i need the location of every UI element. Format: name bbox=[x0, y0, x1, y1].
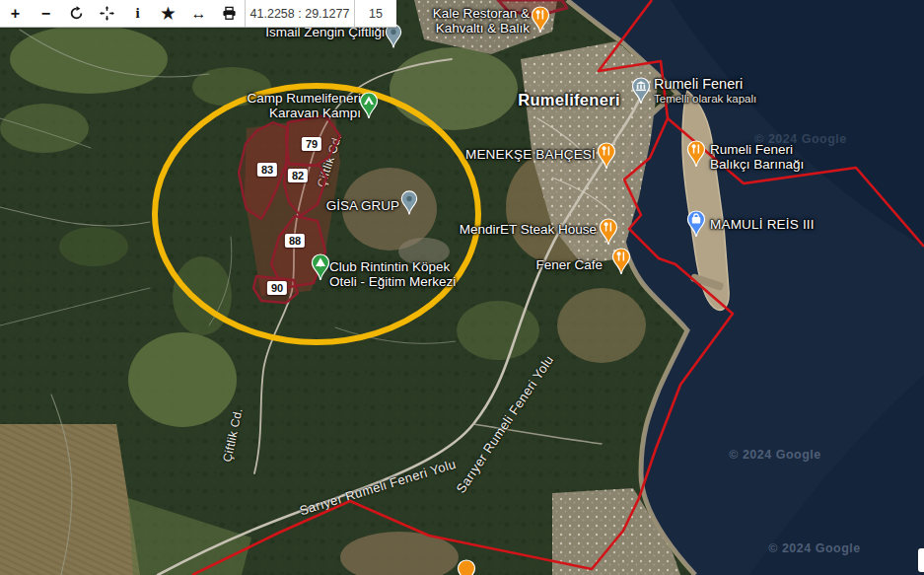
zoom-in-icon: + bbox=[11, 5, 20, 23]
info-icon: i bbox=[135, 5, 139, 22]
zoom-level-display: 15 bbox=[354, 0, 396, 27]
poi-label-club[interactable]: Club Rintintin Köpek Oteli - Eğitim Merk… bbox=[329, 260, 456, 289]
menekse-pin[interactable] bbox=[597, 142, 617, 172]
parcel-chip-79[interactable]: 79 bbox=[302, 137, 321, 151]
poi-label-line: Oteli - Eğitim Merkezi bbox=[329, 274, 456, 289]
scrollbar-fragment[interactable] bbox=[918, 548, 924, 572]
town-label[interactable]: Rumelifeneri bbox=[518, 93, 620, 108]
measure-button[interactable]: ↔ bbox=[183, 0, 214, 27]
map-application: 79 83 82 88 90 bbox=[0, 0, 924, 575]
print-button[interactable] bbox=[214, 0, 245, 27]
barinak-pin[interactable] bbox=[686, 140, 707, 170]
poi-label-kale[interactable]: Kale Restoran & Kahvaltı & Balık bbox=[433, 7, 530, 36]
kale-pin[interactable] bbox=[531, 6, 551, 36]
poi-label-lighthouse[interactable]: Rumeli Feneri Temelli olarak kapalı bbox=[654, 77, 756, 106]
parcel-chip-90[interactable]: 90 bbox=[267, 281, 287, 295]
parcel-chip-82[interactable]: 82 bbox=[288, 169, 308, 182]
poi-label-camp[interactable]: Camp Rumelifeneri Karavan Kampı bbox=[247, 92, 361, 120]
arrows-horizontal-icon: ↔ bbox=[191, 5, 207, 23]
fener-pin[interactable] bbox=[611, 248, 632, 277]
poi-label-line: Camp Rumelifeneri bbox=[247, 92, 361, 107]
poi-label-mamuli[interactable]: MAMULİ REİS III bbox=[710, 218, 815, 233]
refresh-icon bbox=[69, 6, 84, 21]
poi-label-line: Club Rintintin Köpek bbox=[329, 260, 456, 275]
map-toolbar: + − i ★ ↔ bbox=[0, 0, 396, 28]
poi-label-menekse[interactable]: MENEKŞE BAHÇESİ bbox=[465, 148, 596, 163]
copyright-watermark: © 2024 Google bbox=[729, 448, 821, 462]
mendiret-pin[interactable] bbox=[599, 218, 619, 248]
parcel-chip-83[interactable]: 83 bbox=[257, 163, 277, 177]
place-icon bbox=[391, 30, 395, 35]
star-icon: ★ bbox=[161, 4, 175, 23]
gisa-pin[interactable] bbox=[400, 190, 419, 217]
club-pin[interactable] bbox=[311, 253, 331, 283]
poi-label-line: Karavan Kampı bbox=[247, 106, 361, 120]
poi-label-gisa[interactable]: GİSA GRUP bbox=[326, 199, 399, 214]
favorite-button[interactable]: ★ bbox=[153, 0, 183, 27]
poi-label-fener[interactable]: Fener Cafe bbox=[535, 258, 603, 273]
closed-status: Temelli olarak kapalı bbox=[654, 91, 756, 106]
info-button[interactable]: i bbox=[122, 0, 153, 27]
bottom-partial-pin[interactable] bbox=[457, 559, 477, 575]
poi-label-line: Kale Restoran & bbox=[433, 7, 530, 22]
pan-button[interactable] bbox=[92, 0, 122, 27]
mamuli-pin[interactable] bbox=[686, 210, 707, 240]
refresh-button[interactable] bbox=[61, 0, 92, 27]
parcel-chip-88[interactable]: 88 bbox=[285, 234, 305, 248]
poi-label-line: Rumeli Feneri bbox=[654, 77, 756, 92]
print-icon bbox=[222, 6, 237, 21]
zoom-out-button[interactable]: − bbox=[31, 0, 61, 27]
zoom-out-icon: − bbox=[41, 5, 50, 23]
poi-label-line: Kahvaltı & Balık bbox=[433, 21, 530, 36]
copyright-watermark: © 2024 Google bbox=[768, 541, 861, 555]
zoom-in-button[interactable]: + bbox=[0, 0, 31, 27]
camp-pin[interactable] bbox=[359, 92, 380, 121]
ismail-pin[interactable] bbox=[385, 24, 403, 50]
pan-icon bbox=[100, 6, 114, 21]
poi-label-line: Balıkçı Barınağı bbox=[710, 157, 804, 172]
poi-label-line: Rumeli Feneri bbox=[710, 143, 804, 158]
poi-label-barinak[interactable]: Rumeli Feneri Balıkçı Barınağı bbox=[710, 143, 804, 172]
poi-label-mendiret[interactable]: MendirET Steak House bbox=[460, 223, 597, 238]
lighthouse-pin[interactable] bbox=[631, 77, 652, 107]
coordinates-display: 41.2258 : 29.1277 bbox=[245, 0, 354, 27]
place-icon bbox=[406, 196, 411, 201]
